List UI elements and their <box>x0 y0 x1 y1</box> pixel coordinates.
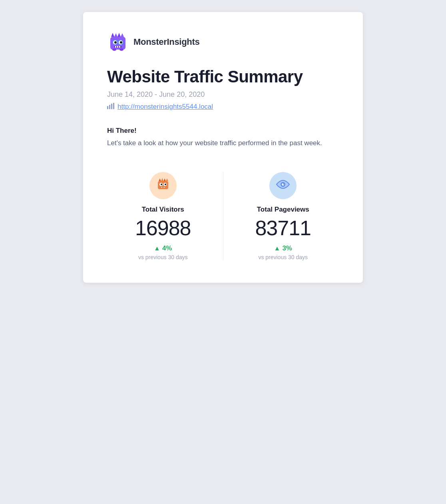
svg-rect-18 <box>107 106 108 109</box>
date-range: June 14, 2020 - June 20, 2020 <box>107 90 339 99</box>
svg-rect-21 <box>113 103 114 109</box>
svg-point-30 <box>165 184 166 185</box>
stats-row: Total Visitors 16988 ▲ 4% vs previous 30… <box>107 168 339 260</box>
svg-marker-25 <box>163 178 166 181</box>
svg-rect-34 <box>164 187 165 188</box>
visitors-number: 16988 <box>135 217 191 240</box>
svg-rect-33 <box>163 187 163 188</box>
logo-icon <box>107 31 129 53</box>
report-title: Website Traffic Summary <box>107 67 339 86</box>
monster-visitors-icon <box>156 178 170 193</box>
pageviews-number: 83711 <box>255 217 311 240</box>
svg-rect-20 <box>111 104 112 109</box>
visitors-pct: 4% <box>162 244 172 252</box>
visitors-change: ▲ 4% <box>154 244 172 252</box>
site-link-row: http://monsterinsights5544.local <box>107 103 339 111</box>
site-url-link[interactable]: http://monsterinsights5544.local <box>117 103 213 111</box>
pageviews-label: Total Pageviews <box>257 206 309 214</box>
svg-marker-26 <box>166 178 168 181</box>
svg-marker-23 <box>159 178 161 181</box>
svg-point-7 <box>114 41 117 44</box>
stat-visitors: Total Visitors 16988 ▲ 4% vs previous 30… <box>107 172 219 260</box>
greeting-title: Hi There! <box>107 127 339 135</box>
svg-rect-32 <box>161 187 162 188</box>
svg-rect-13 <box>115 46 116 48</box>
report-card: MonsterInsights Website Traffic Summary … <box>83 12 363 283</box>
pageviews-vs-text: vs previous 30 days <box>258 254 308 260</box>
svg-marker-1 <box>111 33 114 37</box>
pageviews-icon-circle <box>269 172 297 199</box>
svg-point-17 <box>119 48 123 51</box>
pageviews-change: ▲ 3% <box>274 244 292 252</box>
svg-point-37 <box>283 183 284 184</box>
logo-row: MonsterInsights <box>107 31 339 53</box>
chart-bar-icon <box>107 103 114 111</box>
eye-pageviews-icon <box>276 179 290 192</box>
pageviews-up-arrow-icon: ▲ <box>274 245 281 252</box>
svg-marker-4 <box>121 33 124 37</box>
svg-rect-19 <box>109 105 110 109</box>
visitors-vs-text: vs previous 30 days <box>138 254 188 260</box>
visitors-up-arrow-icon: ▲ <box>154 245 160 252</box>
logo-text: MonsterInsights <box>133 37 199 47</box>
svg-rect-15 <box>119 46 120 48</box>
visitors-icon-circle <box>149 172 177 199</box>
visitors-label: Total Visitors <box>142 206 184 214</box>
svg-point-29 <box>161 184 162 185</box>
svg-point-8 <box>120 41 122 44</box>
svg-marker-3 <box>117 33 121 37</box>
stat-pageviews: Total Pageviews 83711 ▲ 3% vs previous 3… <box>227 172 339 260</box>
svg-rect-14 <box>117 46 118 48</box>
greeting-section: Hi There! Let's take a look at how your … <box>107 127 339 148</box>
svg-point-16 <box>112 48 116 51</box>
greeting-body: Let's take a look at how your website tr… <box>107 138 339 148</box>
pageviews-pct: 3% <box>282 244 292 252</box>
svg-marker-2 <box>114 33 117 37</box>
svg-marker-24 <box>161 178 163 181</box>
stats-divider <box>223 172 223 260</box>
